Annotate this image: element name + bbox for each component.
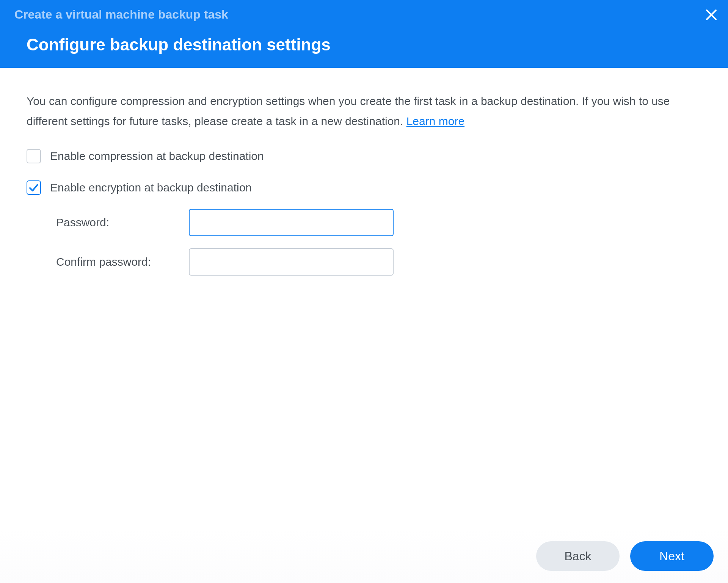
back-button[interactable]: Back xyxy=(536,541,620,571)
dialog-header: Create a virtual machine backup task Con… xyxy=(0,0,728,68)
learn-more-link[interactable]: Learn more xyxy=(406,115,464,127)
confirm-password-label: Confirm password: xyxy=(56,252,189,272)
close-icon xyxy=(705,6,717,24)
compression-option-row: Enable compression at backup destination xyxy=(27,146,701,166)
confirm-password-row: Confirm password: xyxy=(56,248,701,276)
encryption-option-row: Enable encryption at backup destination xyxy=(27,178,701,198)
encryption-checkbox[interactable] xyxy=(27,180,41,195)
dialog-body: You can configure compression and encryp… xyxy=(0,68,728,529)
encryption-label: Enable encryption at backup destination xyxy=(50,178,252,198)
compression-checkbox[interactable] xyxy=(27,149,41,163)
password-input[interactable] xyxy=(189,209,394,236)
intro-text: You can configure compression and encryp… xyxy=(27,95,670,127)
password-label: Password: xyxy=(56,213,189,233)
step-title: Configure backup destination settings xyxy=(27,35,713,54)
dialog-footer: Back Next xyxy=(0,529,728,583)
next-button[interactable]: Next xyxy=(630,541,714,571)
wizard-title: Create a virtual machine backup task xyxy=(14,8,713,22)
password-row: Password: xyxy=(56,209,701,236)
intro-text-block: You can configure compression and encryp… xyxy=(27,91,701,131)
compression-label: Enable compression at backup destination xyxy=(50,146,264,166)
wizard-dialog: Create a virtual machine backup task Con… xyxy=(0,0,728,583)
confirm-password-input[interactable] xyxy=(189,248,394,276)
encryption-fields: Password: Confirm password: xyxy=(56,209,701,276)
check-icon xyxy=(28,182,39,193)
close-button[interactable] xyxy=(705,7,717,24)
